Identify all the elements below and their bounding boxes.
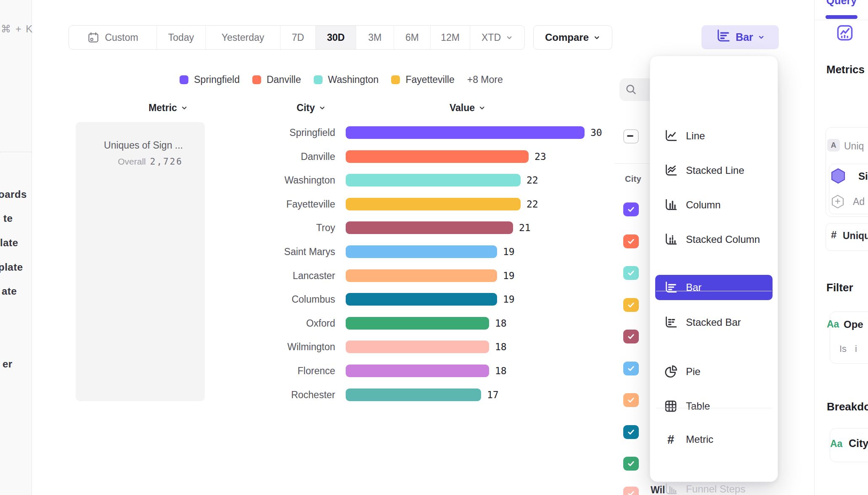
- legend-item-danville[interactable]: Danville: [252, 74, 301, 85]
- menu-item-table[interactable]: Table: [655, 394, 773, 419]
- add-row-label: Ad: [853, 196, 865, 208]
- line-chart-icon: [664, 129, 678, 143]
- hash-icon: #: [664, 433, 678, 447]
- insights-chart-icon[interactable]: [836, 24, 854, 42]
- city-checkbox-1[interactable]: [623, 202, 639, 216]
- bar-value-label: 18: [495, 317, 507, 330]
- legend-item-springfield[interactable]: Springfield: [180, 74, 240, 85]
- menu-item-stacked-bar[interactable]: Stacked Bar: [655, 310, 773, 335]
- insights-report-screen: ⌘ + K oardstelateplateateer CustomTodayY…: [0, 0, 868, 495]
- compare-label: Compare: [545, 32, 589, 43]
- picker-divider: [615, 163, 649, 164]
- menu-item-label: Funnel Steps: [686, 483, 745, 495]
- menu-item-label: Stacked Line: [686, 165, 744, 176]
- menu-item-metric[interactable]: #Metric: [655, 427, 773, 452]
- check-icon: [626, 268, 636, 278]
- menu-item-bar[interactable]: Bar: [655, 275, 773, 300]
- range-custom[interactable]: Custom: [69, 26, 156, 49]
- bar-washington: [346, 174, 521, 186]
- menu-item-line[interactable]: Line: [655, 123, 773, 149]
- bar-value-label: 18: [495, 341, 507, 353]
- column-header-value[interactable]: Value: [421, 102, 514, 114]
- check-icon: [626, 364, 636, 373]
- left-sidebar: ⌘ + K oardstelateplateateer: [0, 0, 32, 495]
- range-30d[interactable]: 30D: [315, 26, 356, 49]
- menu-item-label: Column: [686, 199, 721, 211]
- command-k-shortcut[interactable]: ⌘ + K: [1, 23, 33, 35]
- city-checkbox-2[interactable]: [623, 234, 639, 248]
- range-12m[interactable]: 12M: [430, 26, 470, 49]
- stacked-bar-chart-icon: [664, 315, 678, 330]
- legend-label: Washington: [328, 74, 379, 85]
- bar-fayetteville: [346, 198, 521, 210]
- chevron-down-icon: [506, 34, 513, 41]
- city-checkbox-7[interactable]: [623, 393, 639, 407]
- bar-category-label: Danville: [227, 150, 335, 163]
- menu-divider: [656, 408, 772, 408]
- metric-card-title: Uniques of Sign ...: [76, 140, 183, 151]
- legend-label: Fayetteville: [405, 74, 454, 85]
- city-checkbox-4[interactable]: [623, 298, 639, 312]
- metrics-heading: Metrics: [826, 63, 865, 76]
- menu-item-stacked-line[interactable]: Stacked Line: [655, 158, 773, 183]
- bar-category-label: Oxford: [227, 317, 335, 330]
- metric-card[interactable]: Uniques of Sign ... Overall2,726: [76, 122, 205, 401]
- menu-item-stacked-column[interactable]: Stacked Column: [655, 227, 773, 252]
- range-3m[interactable]: 3M: [356, 26, 394, 49]
- city-checkbox-9[interactable]: [623, 457, 639, 471]
- tab-query[interactable]: Query: [815, 0, 868, 7]
- bar-wilmington: [346, 341, 489, 353]
- range-xtd[interactable]: XTD: [470, 26, 524, 49]
- city-checkbox-3[interactable]: [623, 266, 639, 280]
- chart-type-button[interactable]: Bar: [701, 25, 779, 49]
- picker-group-label: City: [625, 174, 641, 184]
- tab-divider: [815, 20, 868, 20]
- tab-active-indicator: [826, 15, 857, 19]
- breakdown-heading: Breakdo: [827, 400, 868, 413]
- menu-item-label: Stacked Column: [686, 234, 760, 245]
- legend-item-fayetteville[interactable]: Fayetteville: [391, 74, 454, 85]
- menu-item-label: Table: [686, 400, 710, 412]
- select-all-checkbox-indeterminate[interactable]: [623, 129, 639, 144]
- sidebar-item-partial[interactable]: ate: [2, 285, 17, 297]
- column-header-city[interactable]: City: [265, 102, 357, 114]
- bar-category-label: Lancaster: [227, 269, 335, 282]
- city-checkbox-8[interactable]: [623, 425, 639, 439]
- chart-type-menu: LineStacked LineColumnStacked ColumnBarS…: [650, 56, 778, 482]
- filter-operator-label: Is: [839, 343, 847, 354]
- column-header-metric[interactable]: Metric: [122, 102, 214, 114]
- bar-chart-icon: [664, 280, 678, 295]
- range-yesterday[interactable]: Yesterday: [205, 26, 280, 49]
- bar-category-label: Troy: [227, 221, 335, 234]
- menu-item-column[interactable]: Column: [655, 192, 773, 218]
- legend-item-washington[interactable]: Washington: [314, 74, 379, 85]
- city-checkbox-5[interactable]: [623, 330, 639, 343]
- legend-label: Springfield: [194, 74, 240, 85]
- filter-property-label: Ope: [844, 319, 863, 330]
- bar-value-label: 22: [527, 198, 538, 210]
- check-icon: [626, 332, 636, 341]
- bar-category-label: Springfield: [227, 126, 335, 139]
- sidebar-item-partial[interactable]: oards: [0, 189, 27, 200]
- bar-rochester: [346, 389, 481, 401]
- legend-swatch: [391, 75, 400, 84]
- bar-category-label: Columbus: [227, 293, 335, 306]
- city-checkbox-6[interactable]: [623, 362, 639, 375]
- sidebar-item-partial[interactable]: te: [3, 213, 13, 224]
- sidebar-item-partial[interactable]: late: [0, 237, 18, 249]
- menu-divider: [656, 291, 772, 291]
- legend-more[interactable]: +8 More: [467, 74, 503, 85]
- metric-header-label: Metric: [148, 102, 177, 114]
- check-icon: [626, 459, 636, 468]
- city-checkbox-10[interactable]: [623, 487, 639, 495]
- sidebar-item-partial[interactable]: plate: [0, 261, 23, 273]
- range-today[interactable]: Today: [156, 26, 205, 49]
- sidebar-item-partial[interactable]: er: [3, 358, 13, 370]
- range-6m[interactable]: 6M: [394, 26, 430, 49]
- menu-item-pie[interactable]: Pie: [655, 359, 773, 384]
- bar-category-label: Saint Marys: [227, 245, 335, 258]
- compare-button[interactable]: Compare: [533, 25, 612, 50]
- legend-swatch: [252, 75, 261, 84]
- range-7d[interactable]: 7D: [280, 26, 315, 49]
- bar-category-label: Fayetteville: [227, 198, 335, 210]
